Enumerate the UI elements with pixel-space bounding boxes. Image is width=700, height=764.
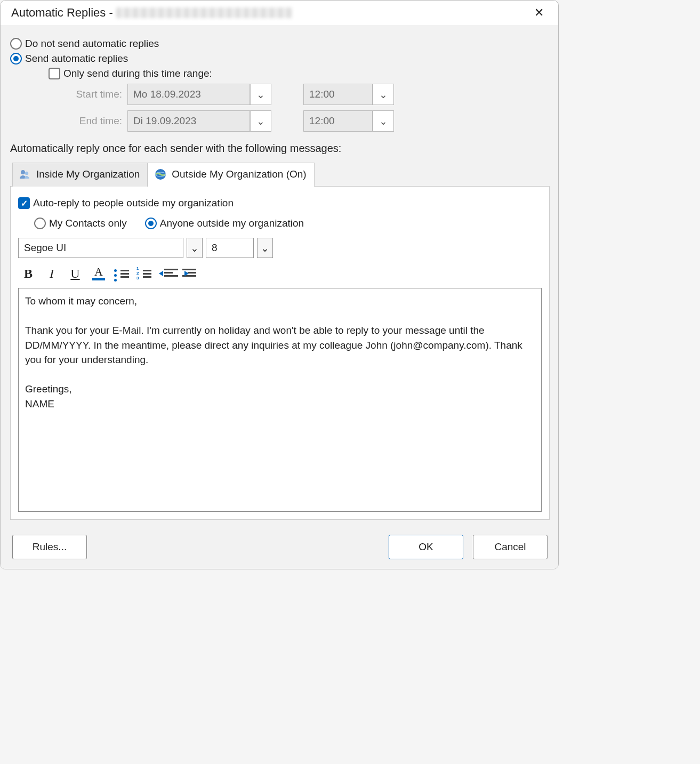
font-size-select[interactable]: 8 <box>206 238 254 258</box>
window-title: Automatic Replies - <box>11 6 113 20</box>
start-time-label: Start time: <box>58 89 127 100</box>
only-send-range-checkbox[interactable]: Only send during this time range: <box>49 68 550 79</box>
format-toolbar: B I U A 123 <box>20 266 542 282</box>
chevron-down-icon: ⌄ <box>379 89 388 101</box>
time-range-grid: Start time: Mo 18.09.2023 ⌄ 12:00 ⌄ End … <box>58 84 550 132</box>
rules-button[interactable]: Rules... <box>12 535 87 559</box>
start-date-dropdown[interactable]: ⌄ <box>250 84 271 105</box>
people-icon <box>18 167 32 181</box>
checkbox-label: Only send during this time range: <box>63 68 212 79</box>
numbered-list-button[interactable]: 123 <box>136 267 151 280</box>
bulleted-list-button[interactable] <box>114 267 129 280</box>
italic-button[interactable]: I <box>44 266 60 282</box>
chevron-down-icon: ⌄ <box>256 89 265 101</box>
scope-anyone-outside[interactable]: Anyone outside my organization <box>145 218 304 229</box>
checkbox-icon <box>18 197 30 209</box>
radio-icon <box>10 38 22 50</box>
tab-label: Outside My Organization (On) <box>172 168 306 180</box>
cancel-button[interactable]: Cancel <box>473 535 548 559</box>
decrease-indent-button[interactable] <box>159 267 175 280</box>
svg-point-1 <box>25 172 28 175</box>
message-editor[interactable]: To whom it may concern, Thank you for yo… <box>18 288 542 512</box>
bullets-icon <box>114 268 117 284</box>
tabs: Inside My Organization Outside My Organi… <box>10 162 550 186</box>
scope-contacts-only[interactable]: My Contacts only <box>34 218 127 229</box>
end-time-label: End time: <box>58 115 127 127</box>
tab-outside-org[interactable]: Outside My Organization (On) <box>148 163 314 187</box>
font-color-icon: A <box>94 267 103 277</box>
svg-point-0 <box>21 170 25 174</box>
chevron-down-icon: ⌄ <box>261 242 269 254</box>
automatic-replies-dialog: Automatic Replies - ✕ Do not send automa… <box>0 0 559 569</box>
section-label: Automatically reply once for each sender… <box>10 142 550 155</box>
tab-label: Inside My Organization <box>36 168 140 180</box>
tab-inside-org[interactable]: Inside My Organization <box>12 163 148 187</box>
arrow-left-icon <box>159 271 163 276</box>
option-send[interactable]: Send automatic replies <box>10 53 550 65</box>
numbers-icon: 123 <box>136 266 139 280</box>
option-label: Anyone outside my organization <box>160 218 304 229</box>
checkbox-icon <box>49 68 60 79</box>
radio-icon <box>10 53 22 65</box>
option-label: Send automatic replies <box>25 53 128 65</box>
increase-indent-button[interactable] <box>182 267 198 280</box>
titlebar: Automatic Replies - ✕ <box>1 1 558 25</box>
checkbox-label: Auto-reply to people outside my organiza… <box>33 197 234 209</box>
globe-icon <box>154 167 167 181</box>
option-label: My Contacts only <box>49 218 127 229</box>
chevron-down-icon: ⌄ <box>256 115 265 127</box>
radio-icon <box>34 218 46 229</box>
arrow-right-icon <box>184 271 189 276</box>
start-time-dropdown[interactable]: ⌄ <box>373 84 394 105</box>
close-icon: ✕ <box>534 6 544 20</box>
auto-reply-outside-checkbox[interactable]: Auto-reply to people outside my organiza… <box>18 197 542 209</box>
font-family-select[interactable]: Segoe UI <box>18 238 183 258</box>
chevron-down-icon: ⌄ <box>379 115 388 127</box>
end-time-field[interactable]: 12:00 <box>303 110 373 132</box>
font-family-dropdown[interactable]: ⌄ <box>187 238 203 258</box>
end-date-dropdown[interactable]: ⌄ <box>250 110 271 132</box>
end-time-dropdown[interactable]: ⌄ <box>373 110 394 132</box>
underline-button[interactable]: U <box>67 266 83 282</box>
font-color-button[interactable]: A <box>91 267 107 280</box>
account-name-redacted <box>116 7 292 18</box>
close-button[interactable]: ✕ <box>528 5 550 21</box>
end-date-field[interactable]: Di 19.09.2023 <box>127 110 250 132</box>
start-time-field[interactable]: 12:00 <box>303 84 373 105</box>
start-date-field[interactable]: Mo 18.09.2023 <box>127 84 250 105</box>
chevron-down-icon: ⌄ <box>190 242 199 254</box>
bold-button[interactable]: B <box>20 266 36 282</box>
radio-icon <box>145 218 157 229</box>
font-size-dropdown[interactable]: ⌄ <box>257 238 273 258</box>
ok-button[interactable]: OK <box>389 535 463 559</box>
tab-panel-outside: Auto-reply to people outside my organiza… <box>10 186 550 520</box>
option-label: Do not send automatic replies <box>25 38 159 50</box>
option-do-not-send[interactable]: Do not send automatic replies <box>10 38 550 50</box>
